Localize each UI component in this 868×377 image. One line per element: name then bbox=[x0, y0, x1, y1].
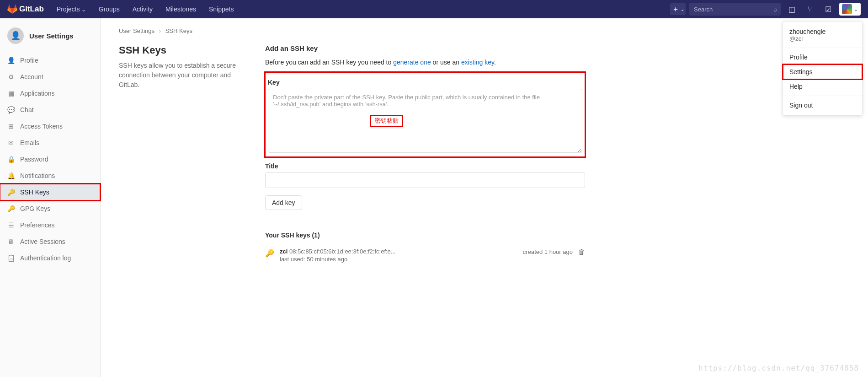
key-icon: 🔑 bbox=[265, 249, 274, 258]
page-title: SSH Keys bbox=[119, 44, 247, 56]
add-key-button[interactable]: Add key bbox=[265, 195, 302, 210]
sidebar-item-access-tokens[interactable]: ⊞Access Tokens bbox=[0, 118, 100, 135]
your-keys-title: Your SSH keys (1) bbox=[265, 232, 585, 239]
sidebar-icon: ⊞ bbox=[7, 123, 15, 130]
sidebar-item-ssh-keys[interactable]: 🔑SSH Keys bbox=[0, 184, 100, 200]
sidebar-item-label: GPG Keys bbox=[20, 205, 50, 212]
add-key-title: Add an SSH key bbox=[265, 44, 585, 52]
sidebar-icon: 🔔 bbox=[7, 172, 15, 179]
sidebar-icon: ▦ bbox=[7, 90, 15, 97]
title-input[interactable] bbox=[265, 172, 585, 188]
gitlab-logo[interactable]: GitLab bbox=[7, 4, 44, 14]
menu-settings[interactable]: Settings bbox=[783, 65, 862, 79]
user-avatar-button[interactable]: ⌄ bbox=[839, 3, 861, 16]
sidebar-icon: 🔒 bbox=[7, 156, 15, 163]
page-description: SSH keys allow you to establish a secure… bbox=[119, 61, 247, 90]
key-created: created 1 hour ago bbox=[523, 248, 573, 255]
brand-text: GitLab bbox=[19, 5, 44, 14]
sidebar-item-label: Notifications bbox=[20, 172, 55, 179]
sidebar-icon: 💬 bbox=[7, 106, 15, 113]
key-textarea[interactable] bbox=[268, 89, 582, 153]
sidebar-item-account[interactable]: ⚙Account bbox=[0, 69, 100, 85]
sidebar-icon: 👤 bbox=[7, 57, 15, 64]
sidebar-icon: ⚙ bbox=[7, 73, 15, 81]
sidebar-icon: 🔑 bbox=[7, 205, 15, 212]
avatar-image bbox=[842, 4, 852, 14]
nav-activity[interactable]: Activity bbox=[127, 2, 158, 16]
breadcrumb-leaf: SSH Keys bbox=[165, 27, 192, 34]
key-fingerprint: 08:5c:85:cf:05:6b:1d:ee:3f:0e:f2:fc:ef:e… bbox=[289, 248, 396, 255]
sidebar-item-label: Applications bbox=[20, 90, 55, 97]
menu-user-name: zhouchengle bbox=[789, 28, 856, 35]
merge-requests-icon[interactable]: ⑂ bbox=[803, 3, 817, 16]
sidebar-icon: 🖥 bbox=[7, 238, 15, 245]
menu-sign-out[interactable]: Sign out bbox=[783, 98, 862, 113]
sidebar-item-password[interactable]: 🔒Password bbox=[0, 151, 100, 167]
sidebar-item-label: Access Tokens bbox=[20, 123, 63, 130]
user-icon: 👤 bbox=[7, 27, 24, 44]
title-label: Title bbox=[265, 162, 585, 170]
generate-link[interactable]: generate one bbox=[393, 59, 431, 66]
sidebar-item-label: Chat bbox=[20, 106, 34, 113]
sidebar-item-chat[interactable]: 💬Chat bbox=[0, 102, 100, 118]
menu-help[interactable]: Help bbox=[783, 79, 862, 94]
search-input[interactable] bbox=[689, 3, 781, 16]
sidebar-item-label: Account bbox=[20, 73, 43, 81]
sidebar-icon: ✉ bbox=[7, 139, 15, 146]
existing-link[interactable]: existing key bbox=[461, 59, 494, 66]
sidebar-item-gpg-keys[interactable]: 🔑GPG Keys bbox=[0, 200, 100, 217]
sidebar-item-profile[interactable]: 👤Profile bbox=[0, 52, 100, 69]
issues-icon[interactable]: ◫ bbox=[784, 3, 799, 16]
sidebar-icon: 🔑 bbox=[7, 188, 15, 196]
gitlab-icon bbox=[7, 4, 17, 14]
sidebar-title: User Settings bbox=[29, 32, 74, 40]
sidebar-item-label: Profile bbox=[20, 57, 38, 64]
navbar: GitLab Projects Groups Activity Mileston… bbox=[0, 0, 868, 18]
watermark: https://blog.csdn.net/qq_37674858 bbox=[698, 364, 859, 372]
sidebar-item-applications[interactable]: ▦Applications bbox=[0, 85, 100, 102]
sidebar-item-notifications[interactable]: 🔔Notifications bbox=[0, 167, 100, 184]
key-label: Key bbox=[268, 79, 582, 86]
sidebar-icon: 📋 bbox=[7, 254, 15, 262]
sidebar-item-label: SSH Keys bbox=[20, 188, 49, 196]
chevron-down-icon: ⌄ bbox=[854, 6, 858, 12]
sidebar-item-label: Password bbox=[20, 156, 48, 163]
key-name[interactable]: zcl bbox=[280, 248, 288, 255]
nav-milestones[interactable]: Milestones bbox=[160, 2, 202, 16]
key-last-used: last used: 50 minutes ago bbox=[280, 256, 517, 263]
sidebar-icon: ☰ bbox=[7, 221, 15, 229]
nav-groups[interactable]: Groups bbox=[93, 2, 125, 16]
sidebar: 👤 User Settings 👤Profile⚙Account▦Applica… bbox=[0, 18, 101, 377]
nav-projects[interactable]: Projects bbox=[51, 2, 91, 16]
todos-icon[interactable]: ☑ bbox=[821, 3, 836, 16]
sidebar-item-preferences[interactable]: ☰Preferences bbox=[0, 217, 100, 233]
breadcrumb: User Settings › SSH Keys bbox=[119, 27, 585, 34]
sidebar-item-label: Authentication log bbox=[20, 254, 71, 262]
sidebar-item-emails[interactable]: ✉Emails bbox=[0, 135, 100, 151]
sidebar-item-label: Emails bbox=[20, 139, 39, 146]
sidebar-item-label: Active Sessions bbox=[20, 238, 65, 245]
nav-snippets[interactable]: Snippets bbox=[203, 2, 239, 16]
menu-user-handle: @zcl bbox=[789, 35, 856, 42]
ssh-key-row: 🔑 zcl 08:5c:85:cf:05:6b:1d:ee:3f:0e:f2:f… bbox=[265, 245, 585, 265]
sidebar-item-authentication-log[interactable]: 📋Authentication log bbox=[0, 250, 100, 266]
breadcrumb-root[interactable]: User Settings bbox=[119, 27, 154, 34]
add-key-hint: Before you can add an SSH key you need t… bbox=[265, 59, 585, 66]
sidebar-item-label: Preferences bbox=[20, 221, 54, 229]
menu-profile[interactable]: Profile bbox=[783, 50, 862, 65]
search-icon: ⌕ bbox=[773, 5, 777, 13]
user-dropdown-menu: zhouchengle @zcl Profile Settings Help S… bbox=[783, 21, 863, 116]
sidebar-item-active-sessions[interactable]: 🖥Active Sessions bbox=[0, 233, 100, 250]
delete-key-button[interactable]: 🗑 bbox=[578, 248, 585, 256]
new-menu-button[interactable]: ＋ bbox=[670, 3, 686, 15]
annotation-label: 密钥粘贴 bbox=[370, 115, 403, 127]
sidebar-header: 👤 User Settings bbox=[0, 22, 100, 52]
